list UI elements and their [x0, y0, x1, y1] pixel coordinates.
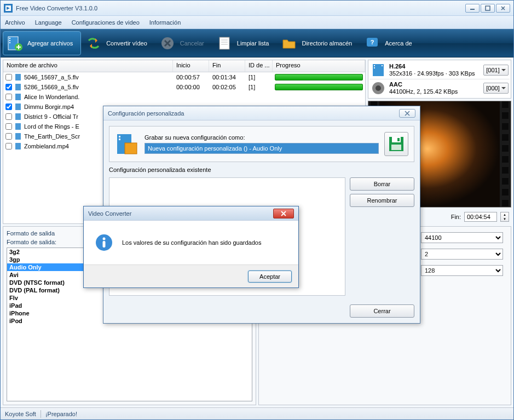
- file-list-header: Nombre de archivo Inicio Fin ID de ... P…: [3, 60, 365, 72]
- file-name: 5286_15669_a_5.flv: [24, 84, 79, 90]
- limpiar-button[interactable]: Limpiar lista: [213, 31, 277, 55]
- svg-rect-14: [15, 103, 21, 110]
- file-name: Dimmu Borgir.mp4: [24, 103, 74, 110]
- file-name: Alice In Wonderland.: [24, 94, 79, 100]
- video-codec-row: H.264352x316 · 24.993fps · 303 KBps [001…: [369, 61, 510, 79]
- dialog-titlebar: Configuración personalizada: [103, 106, 420, 120]
- file-checkbox[interactable]: [5, 133, 12, 140]
- agregar-archivos-button[interactable]: Agregar archivos: [3, 31, 81, 55]
- audio-codec-row: AAC44100Hz, 2, 125.42 KBps [000]: [369, 79, 510, 97]
- svg-rect-18: [15, 143, 21, 149]
- msg-title: Video Converter: [88, 210, 273, 217]
- col-id[interactable]: ID de ...: [245, 60, 273, 72]
- file-name: The_Earth_Dies_Scr: [24, 133, 80, 140]
- video-codec-select[interactable]: [001]: [483, 65, 509, 76]
- limpiar-label: Limpiar lista: [237, 40, 269, 47]
- col-fin[interactable]: Fin: [209, 60, 245, 72]
- info-icon: [95, 233, 113, 252]
- borrar-button[interactable]: Borrar: [350, 177, 414, 191]
- audio-codec-select[interactable]: [000]: [483, 83, 509, 94]
- col-inicio[interactable]: Inicio: [173, 60, 209, 72]
- svg-rect-16: [15, 123, 21, 130]
- fin-spinner[interactable]: ▲▼: [500, 212, 509, 222]
- menu-config[interactable]: Configuraciones de video: [72, 19, 140, 26]
- file-icon: [14, 83, 22, 91]
- msg-close-button[interactable]: [273, 209, 294, 218]
- file-name: District 9 - Official Tr: [24, 113, 78, 120]
- progress-bar: [275, 74, 363, 80]
- statusbar: Koyote Soft ¡Preparado!: [1, 407, 513, 419]
- file-checkbox[interactable]: [5, 103, 12, 110]
- film-box-icon: [115, 132, 139, 156]
- table-row[interactable]: 5286_15669_a_5.flv00:00:0000:02:05[1]: [3, 82, 365, 92]
- file-name: 5046_15697_a_5.flv: [24, 74, 79, 80]
- audio-codec-detail: 44100Hz, 2, 125.42 KBps: [389, 88, 458, 95]
- dialog-close-button[interactable]: [399, 109, 415, 118]
- renombrar-button[interactable]: Renombrar: [350, 194, 414, 207]
- file-icon: [14, 123, 22, 130]
- menu-info[interactable]: Información: [149, 19, 181, 26]
- convertir-button[interactable]: Convertir vídeo: [82, 31, 155, 55]
- file-checkbox[interactable]: [5, 143, 12, 149]
- minimize-button[interactable]: [465, 4, 480, 13]
- svg-rect-31: [397, 138, 400, 141]
- acerca-label: Acerca de: [385, 40, 412, 47]
- table-row[interactable]: Alice In Wonderland.: [3, 92, 365, 102]
- fin-input[interactable]: [464, 212, 497, 222]
- svg-rect-20: [374, 65, 375, 66]
- codec-info: H.264352x316 · 24.993fps · 303 KBps [001…: [368, 60, 511, 99]
- menu-archivo[interactable]: Archivo: [5, 19, 25, 26]
- table-row[interactable]: 5046_15697_a_5.flv00:00:5700:01:34[1]: [3, 72, 365, 82]
- folder-icon: [281, 35, 297, 51]
- svg-rect-5: [9, 42, 10, 43]
- cancelar-button: Cancelar: [156, 31, 212, 55]
- svg-rect-17: [15, 133, 21, 140]
- window-title: Free Video Converter V3.1.0.0: [16, 5, 465, 11]
- video-codec-detail: 352x316 · 24.993fps · 303 KBps: [389, 70, 475, 77]
- audio-codec-name: AAC: [389, 81, 402, 88]
- aceptar-button[interactable]: Aceptar: [248, 271, 292, 283]
- toolbar: Agregar archivos Convertir vídeo Cancela…: [1, 29, 513, 57]
- cerrar-button[interactable]: Cerrar: [350, 304, 414, 318]
- msg-text: Los valores de su configuración han sido…: [122, 239, 261, 246]
- col-name[interactable]: Nombre de archivo: [3, 60, 173, 72]
- file-checkbox[interactable]: [5, 74, 12, 80]
- directorio-button[interactable]: Directorio almacén: [278, 31, 360, 55]
- file-checkbox[interactable]: [5, 94, 12, 100]
- file-name: Zombieland.mp4: [24, 143, 69, 149]
- svg-rect-22: [382, 65, 383, 66]
- svg-rect-4: [9, 40, 10, 41]
- bitrate-select[interactable]: 128: [421, 265, 503, 276]
- maximize-button[interactable]: [481, 4, 495, 13]
- file-checkbox[interactable]: [5, 84, 12, 90]
- frecuencia-select[interactable]: 44100: [421, 232, 503, 243]
- svg-rect-15: [15, 113, 21, 120]
- fin-label: Fin:: [451, 214, 461, 220]
- clear-list-icon: [216, 35, 233, 51]
- save-config-button[interactable]: [384, 132, 408, 156]
- canal-select[interactable]: 2: [421, 249, 503, 260]
- file-checkbox[interactable]: [5, 123, 12, 130]
- svg-rect-11: [15, 74, 21, 80]
- col-progreso[interactable]: Progreso: [273, 60, 365, 72]
- acerca-button[interactable]: ? Acerca de: [361, 31, 420, 55]
- file-icon: [14, 93, 22, 101]
- svg-rect-32: [391, 145, 401, 150]
- menu-language[interactable]: Language: [35, 19, 62, 26]
- progress-bar: [275, 84, 363, 90]
- svg-rect-27: [119, 139, 120, 140]
- video-codec-name: H.264: [389, 63, 405, 70]
- film-add-icon: [7, 35, 23, 51]
- file-checkbox[interactable]: [5, 113, 12, 120]
- svg-rect-1: [486, 6, 490, 10]
- config-name-input[interactable]: [145, 143, 379, 154]
- save-config-box: Grabar su nueva configuración como:: [109, 126, 414, 162]
- file-icon: [14, 73, 22, 81]
- svg-rect-8: [220, 37, 229, 49]
- svg-rect-35: [103, 241, 106, 248]
- msg-titlebar: Video Converter: [84, 206, 298, 221]
- video-codec-icon: [371, 62, 386, 78]
- svg-rect-13: [15, 94, 21, 100]
- file-icon: [14, 142, 22, 150]
- close-button[interactable]: [496, 4, 510, 13]
